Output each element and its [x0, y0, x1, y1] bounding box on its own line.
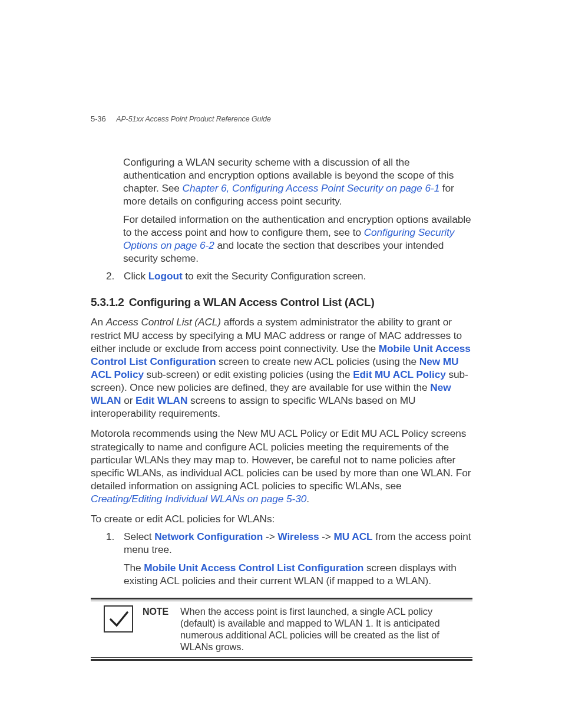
step-body: Select Network Configuration -> Wireless…	[124, 530, 472, 587]
page-number: 5-36	[91, 114, 106, 123]
screen-name: Edit WLAN	[135, 394, 187, 406]
section-heading: 5.3.1.2Configuring a WLAN Access Control…	[91, 295, 472, 309]
text: or	[121, 394, 135, 406]
step-1: 1. Select Network Configuration -> Wirel…	[106, 530, 472, 587]
link-chapter-6[interactable]: Chapter 6, Configuring Access Point Secu…	[183, 182, 440, 194]
intro-paragraph-1: Configuring a WLAN security scheme with …	[123, 156, 472, 208]
text: An	[91, 316, 106, 328]
text: ->	[319, 531, 334, 542]
menu-item: MU ACL	[334, 531, 373, 542]
logout-label: Logout	[148, 270, 183, 282]
step-2: 2. Click Logout to exit the Security Con…	[106, 269, 472, 282]
text: The	[124, 562, 144, 574]
acl-paragraph-1: An Access Control List (ACL) affords a s…	[91, 315, 472, 420]
text: Motorola recommends using the New MU ACL…	[91, 427, 471, 492]
page-content: Configuring a WLAN security scheme with …	[91, 156, 472, 661]
section-title: Configuring a WLAN Access Control List (…	[129, 296, 375, 308]
text: ->	[263, 531, 277, 542]
page: 5-36 AP-51xx Access Point Product Refere…	[0, 0, 562, 728]
text: Select	[124, 531, 154, 542]
text: screen to create new ACL policies (using…	[216, 355, 419, 367]
text: .	[306, 493, 309, 505]
doc-title: AP-51xx Access Point Product Reference G…	[116, 115, 271, 123]
text: Click	[124, 270, 148, 282]
step-number: 1.	[106, 530, 124, 587]
text: to exit the Security Configuration scree…	[183, 270, 366, 282]
screen-name: Edit MU ACL Policy	[353, 368, 446, 380]
menu-item: Network Configuration	[154, 531, 263, 542]
running-header: 5-36 AP-51xx Access Point Product Refere…	[91, 114, 271, 123]
acl-term: Access Control List (ACL)	[106, 316, 221, 328]
link-creating-wlans[interactable]: Creating/Editing Individual WLANs on pag…	[91, 493, 306, 505]
section-number: 5.3.1.2	[91, 296, 124, 308]
note-text: When the access point is first launched,…	[180, 605, 472, 653]
screen-name: Mobile Unit Access Control List Configur…	[144, 562, 363, 574]
step-number: 2.	[106, 269, 124, 282]
acl-paragraph-2: Motorola recommends using the New MU ACL…	[91, 427, 472, 505]
acl-paragraph-3: To create or edit ACL policies for WLANs…	[91, 512, 472, 525]
menu-item: Wireless	[277, 531, 319, 542]
checkmark-icon	[104, 605, 133, 633]
intro-paragraph-2: For detailed information on the authenti…	[123, 213, 472, 265]
step-body: Click Logout to exit the Security Config…	[124, 269, 366, 282]
note-label: NOTE	[143, 605, 171, 618]
note-block: NOTE When the access point is first laun…	[91, 598, 472, 661]
text: sub-screen) or edit existing policies (u…	[144, 368, 353, 380]
